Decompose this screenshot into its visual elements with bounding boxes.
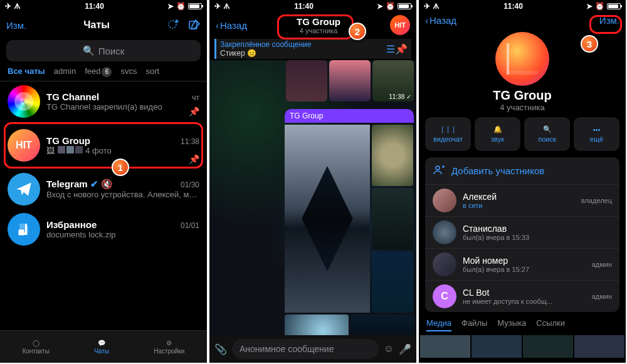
input-placeholder: Анонимное сообщение — [240, 344, 334, 354]
photo-album-message[interactable]: TG Group 11:38 ✓ — [285, 109, 414, 335]
member-row[interactable]: Алексейв сети владелец — [425, 185, 619, 217]
seg-music[interactable]: Музыка — [497, 318, 526, 331]
chat-time: 01/30 — [181, 180, 199, 189]
tab-settings[interactable]: ⚙Настройки — [154, 340, 184, 355]
action-more[interactable]: •••ещё — [574, 117, 619, 151]
edit-button[interactable]: Изм. — [599, 15, 619, 26]
folder-tab-feed[interactable]: feed6 — [85, 66, 112, 77]
edit-button[interactable]: Изм. — [6, 20, 26, 31]
seg-links[interactable]: Ссылки — [536, 318, 565, 331]
folder-tab-svcs[interactable]: svcs — [120, 66, 137, 77]
member-status: был(а) вчера в 15:27 — [463, 266, 529, 273]
annotation-marker-3: 3 — [581, 35, 598, 53]
member-row[interactable]: C CL Botне имеет доступа к сообщ... адми… — [425, 281, 619, 312]
member-name: Станислав — [463, 224, 529, 234]
photo-thumb[interactable] — [285, 315, 349, 335]
chat-list: ☺ TG Channelчт TG Channel закрепил(а) ви… — [0, 81, 207, 331]
chat-time: чт — [192, 93, 199, 102]
pinned-message-bar[interactable]: Закреплённое сообщение Стикер 😐 ☰📌 — [214, 39, 411, 59]
message-input-bar: 📎 Анонимное сообщение ☺ 🎤 — [209, 335, 416, 363]
add-members-label: Добавить участников — [451, 165, 544, 176]
group-avatar[interactable]: HIT — [390, 15, 410, 35]
avatar: HIT — [8, 129, 40, 162]
tab-contacts[interactable]: ◯Контакты — [23, 340, 50, 355]
status-time: 11:40 — [503, 2, 523, 11]
photo-thumb[interactable] — [329, 60, 371, 101]
wifi-icon: ⩚ — [223, 3, 231, 10]
member-name: Мой номер — [463, 256, 529, 266]
sticker-icon[interactable]: ☺ — [384, 343, 394, 355]
group-avatar-large[interactable] — [495, 32, 549, 86]
chevron-left-icon: ‹ — [425, 15, 428, 26]
pinned-sub: Стикер 😐 — [220, 49, 311, 58]
chat-title: Избранное — [46, 219, 97, 230]
seg-files[interactable]: Файлы — [461, 318, 487, 331]
folder-tab-admin[interactable]: admin — [54, 66, 76, 77]
tab-chats[interactable]: 💬Чаты — [94, 340, 109, 355]
airplane-icon: ✈ — [424, 3, 430, 10]
avatar — [8, 213, 40, 246]
photo-thumb[interactable] — [372, 125, 413, 186]
compose-icon[interactable] — [188, 19, 201, 31]
search-placeholder: Поиск — [98, 46, 125, 56]
chat-row[interactable]: ☺ TG Channelчт TG Channel закрепил(а) ви… — [0, 81, 207, 122]
chat-subtitle: documents lock.zip — [46, 230, 199, 239]
back-button[interactable]: ‹ Назад — [425, 15, 456, 26]
back-button[interactable]: ‹ Назад — [216, 20, 247, 31]
photo-thumb[interactable]: 11:38 ✓ — [350, 315, 414, 335]
page-title: Чаты — [83, 19, 110, 31]
bell-icon: 🔔 — [493, 125, 502, 133]
chat-row[interactable]: Telegram ✔ 🔇01/30 Вход с нового устройст… — [0, 169, 207, 209]
add-members-button[interactable]: Добавить участников — [425, 157, 619, 185]
member-row[interactable]: Мой номербыл(а) вчера в 15:27 админ — [425, 249, 619, 281]
battery-icon — [607, 3, 621, 9]
pinned-list-icon[interactable]: ☰📌 — [386, 43, 408, 55]
members-card: Добавить участников Алексейв сети владел… — [425, 157, 619, 312]
svg-point-4 — [436, 166, 440, 170]
media-thumb[interactable] — [523, 335, 573, 358]
attach-icon[interactable]: 📎 — [214, 343, 227, 355]
chat-subtitle: Вход с нового устройства. Алексей, мы об… — [46, 190, 199, 199]
annotation-marker-1: 1 — [112, 159, 129, 176]
location-icon: ➤ — [586, 3, 593, 10]
new-group-icon[interactable] — [167, 19, 179, 31]
battery-icon — [188, 3, 202, 9]
message-time: 11:38 ✓ — [389, 93, 411, 100]
wifi-icon: ⩚ — [433, 3, 440, 10]
search-input[interactable]: 🔍 Поиск — [6, 40, 201, 61]
chat-time: 11:38 — [181, 137, 199, 146]
message-input[interactable]: Анонимное сообщение — [232, 339, 379, 359]
chat-row[interactable]: Избранное01/01 documents lock.zip — [0, 209, 207, 249]
photo-thumb[interactable] — [286, 60, 327, 101]
annotation-marker-2: 2 — [349, 23, 366, 40]
action-search[interactable]: 🔍поиск — [524, 117, 570, 151]
chat-time: 01/01 — [181, 221, 199, 230]
action-sound[interactable]: 🔔звук — [475, 117, 520, 151]
photo-thumb[interactable]: 11:38 ✓ — [372, 60, 414, 101]
chat-subtitle: TG Channel закрепил(а) видео — [46, 102, 199, 112]
alarm-icon: ⏰ — [595, 3, 604, 10]
media-thumb[interactable] — [420, 335, 470, 358]
action-videochat[interactable]: ❘❘❘видеочат — [425, 117, 471, 151]
status-bar: ✈⩚ 11:40 ➤⏰ — [209, 0, 416, 13]
airplane-icon: ✈ — [214, 3, 221, 10]
folder-tab-sort[interactable]: sort — [145, 66, 159, 77]
add-user-icon — [433, 164, 445, 178]
chat-row-tg-group[interactable]: HIT TG Group11:38 🖼 4 фото 📌 — [0, 122, 207, 169]
mic-icon[interactable]: 🎤 — [399, 343, 411, 355]
member-role: админ — [592, 261, 612, 268]
folder-tab-all[interactable]: Все чаты — [8, 66, 45, 77]
chat-header[interactable]: ‹ Назад TG Group 4 участника HIT — [209, 13, 416, 38]
seg-media[interactable]: Медиа — [426, 318, 451, 331]
alarm-icon: ⏰ — [176, 3, 186, 10]
photo-thumb[interactable] — [372, 251, 413, 313]
media-thumb[interactable] — [574, 335, 624, 358]
avatar: ☺ — [8, 85, 40, 118]
member-row[interactable]: Станиславбыл(а) вчера в 15:33 — [425, 217, 619, 249]
folder-tabs: Все чаты admin feed6 svcs sort — [0, 66, 207, 81]
phone-group-profile: ✈⩚ 11:40 ➤⏰ ‹ Назад Изм. TG Group 4 учас… — [419, 0, 626, 363]
media-thumb[interactable] — [472, 335, 522, 358]
photo-thumb[interactable] — [285, 125, 370, 313]
photo-thumb[interactable] — [372, 188, 413, 249]
chat-messages-area[interactable]: 11:38 ✓ TG Group 11:38 ✓ — [209, 60, 416, 335]
